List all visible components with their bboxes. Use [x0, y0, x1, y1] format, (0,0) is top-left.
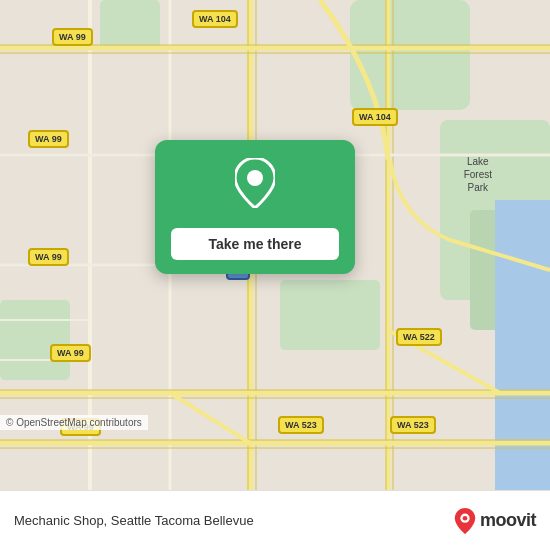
bottom-bar: Mechanic Shop, Seattle Tacoma Bellevue m… [0, 490, 550, 550]
moovit-brand-text: moovit [480, 510, 536, 531]
place-label: Mechanic Shop, Seattle Tacoma Bellevue [14, 513, 254, 528]
moovit-logo: moovit [454, 508, 536, 534]
badge-wa99-4: WA 99 [50, 344, 91, 362]
badge-wa99-3: WA 99 [28, 248, 69, 266]
popup-card: Take me there [155, 140, 355, 274]
map-attribution: © OpenStreetMap contributors [0, 415, 148, 430]
park-area-6 [0, 300, 70, 380]
badge-wa104-2: WA 104 [352, 108, 398, 126]
svg-point-27 [463, 515, 468, 520]
badge-wa99-1: WA 99 [52, 28, 93, 46]
park-area-5 [100, 0, 160, 50]
svg-point-25 [247, 170, 263, 186]
take-me-there-button[interactable]: Take me there [171, 228, 339, 260]
map-container: WA 99 WA 99 WA 99 WA 99 WA 99 WA 104 WA … [0, 0, 550, 490]
badge-wa522: WA 522 [396, 328, 442, 346]
badge-wa523-1: WA 523 [278, 416, 324, 434]
location-pin-icon [235, 158, 275, 212]
moovit-pin-icon [454, 508, 476, 534]
lake-water [495, 200, 550, 490]
park-area-1 [350, 0, 470, 110]
park-area-4 [280, 280, 380, 350]
badge-wa104-1: WA 104 [192, 10, 238, 28]
badge-wa523-2: WA 523 [390, 416, 436, 434]
region-label: LakeForestPark [464, 155, 492, 194]
badge-wa99-2: WA 99 [28, 130, 69, 148]
